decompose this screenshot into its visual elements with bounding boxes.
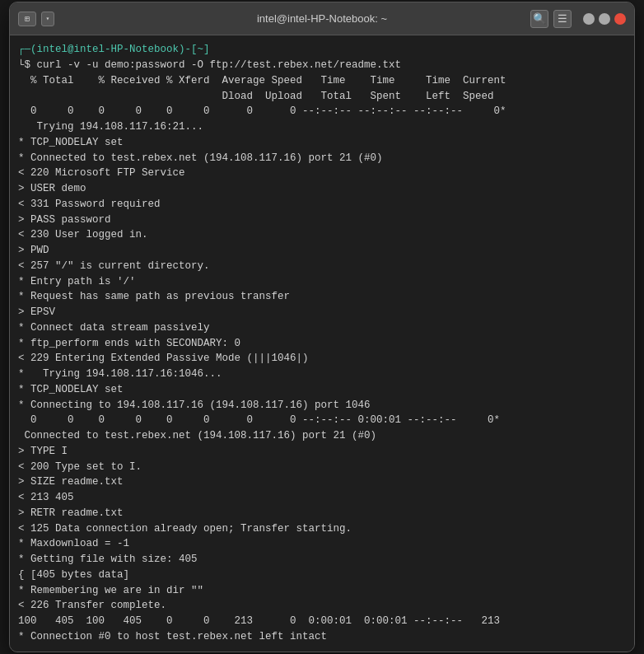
- output-line-6: * Connected to test.rebex.net (194.108.1…: [18, 151, 626, 166]
- terminal-window: ⊞ ▾ intel@intel-HP-Notebook: ~ 🔍 ☰ ┌─(in…: [9, 2, 635, 652]
- output-line-20: * Trying 194.108.117.16:1046...: [18, 367, 626, 382]
- output-line-32: * Getting file with size: 405: [18, 552, 626, 568]
- output-line-24: Connected to test.rebex.net (194.108.117…: [18, 428, 626, 444]
- output-line-5: * TCP_NODELAY set: [18, 135, 626, 151]
- output-line-26: < 200 Type set to I.: [18, 460, 626, 475]
- output-line-4: Trying 194.108.117.16:21...: [18, 119, 626, 135]
- output-line-2: Dload Upload Total Spent Left Speed: [18, 89, 626, 105]
- output-line-22: * Connecting to 194.108.117.16 (194.108.…: [18, 398, 626, 413]
- output-line-10: > PASS password: [18, 213, 626, 228]
- output-line-36: 100 405 100 405 0 0 213 0 0:00:01 0:00:0…: [18, 614, 626, 629]
- output-line-8: > USER demo: [18, 181, 626, 197]
- search-button[interactable]: 🔍: [530, 10, 548, 28]
- close-button[interactable]: [614, 13, 626, 25]
- output-line-14: * Entry path is '/': [18, 274, 626, 290]
- output-line-13: < 257 "/" is current directory.: [18, 259, 626, 274]
- prompt-user: ┌─(intel@intel-HP-Notebook)-[~]: [18, 44, 210, 55]
- output-line-27: > SIZE readme.txt: [18, 474, 626, 490]
- output-line-16: > EPSV: [18, 305, 626, 320]
- window-controls: [583, 13, 626, 25]
- output-line-31: * Maxdownload = -1: [18, 536, 626, 552]
- output-line-30: < 125 Data connection already open; Tran…: [18, 521, 626, 537]
- command-line: └$ curl -v -u demo:password -O ftp://tes…: [18, 58, 626, 73]
- output-line-11: < 230 User logged in.: [18, 227, 626, 243]
- output-line-7: < 220 Microsoft FTP Service: [18, 166, 626, 181]
- output-line-9: < 331 Password required: [18, 197, 626, 213]
- titlebar-right: 🔍 ☰: [530, 10, 626, 28]
- output-line-21: * TCP_NODELAY set: [18, 382, 626, 398]
- output-line-17: * Connect data stream passively: [18, 320, 626, 336]
- output-line-12: > PWD: [18, 243, 626, 259]
- terminal-body[interactable]: ┌─(intel@intel-HP-Notebook)-[~] └$ curl …: [10, 35, 634, 651]
- output-line-23: 0 0 0 0 0 0 0 0 --:--:-- 0:00:01 --:--:-…: [18, 413, 626, 428]
- output-line-37: * Connection #0 to host test.rebex.net l…: [18, 629, 626, 645]
- dropdown-button[interactable]: ▾: [41, 12, 54, 26]
- window-title: intel@intel-HP-Notebook: ~: [257, 12, 387, 25]
- output-line-25: > TYPE I: [18, 444, 626, 460]
- output-line-28: < 213 405: [18, 490, 626, 506]
- output-line-1: % Total % Received % Xferd Average Speed…: [18, 73, 626, 89]
- output-line-19: < 229 Entering Extended Passive Mode (||…: [18, 351, 626, 367]
- prompt-dollar: └$: [18, 59, 37, 71]
- output-line-29: > RETR readme.txt: [18, 506, 626, 521]
- output-line-34: * Remembering we are in dir "": [18, 583, 626, 599]
- command-text: curl -v -u demo:password -O ftp://test.r…: [37, 59, 402, 71]
- output-line-18: * ftp_perform ends with SECONDARY: 0: [18, 336, 626, 352]
- terminal-icon[interactable]: ⊞: [18, 12, 36, 26]
- output-line-15: * Request has same path as previous tran…: [18, 289, 626, 305]
- titlebar-left: ⊞ ▾: [18, 12, 54, 26]
- minimize-button[interactable]: [583, 13, 595, 25]
- output-line-33: { [405 bytes data]: [18, 568, 626, 583]
- output-line-35: < 226 Transfer complete.: [18, 598, 626, 614]
- output-line-3: 0 0 0 0 0 0 0 0 --:--:-- --:--:-- --:--:…: [18, 104, 626, 119]
- titlebar: ⊞ ▾ intel@intel-HP-Notebook: ~ 🔍 ☰: [10, 2, 634, 35]
- maximize-button[interactable]: [599, 13, 610, 25]
- menu-button[interactable]: ☰: [553, 10, 572, 28]
- prompt-line: ┌─(intel@intel-HP-Notebook)-[~]: [18, 42, 626, 58]
